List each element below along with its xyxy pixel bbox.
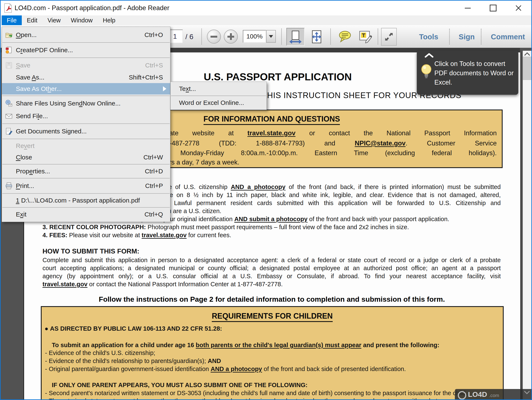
save-floppy-icon: [2, 61, 16, 69]
scrollbar-thumb[interactable]: [523, 57, 532, 80]
lo4d-logo-icon: [458, 391, 466, 400]
menubar-item-view[interactable]: View: [43, 15, 66, 25]
zoom-level-value[interactable]: 100%: [243, 30, 266, 43]
instruction-line: 4. FEES: Please visit our website at tra…: [43, 231, 231, 239]
menu-item-save-as[interactable]: Save As...Shift+Ctrl+S: [2, 72, 170, 83]
plus-icon: [228, 36, 234, 38]
fit-width-icon: [289, 30, 302, 44]
collapse-chevron-up-icon[interactable]: [424, 53, 434, 58]
file-menu-dropdown: Open...Ctrl+OCreatePDF Online...SaveCtrl…: [2, 27, 170, 222]
menu-item-label: CreatePDF Online...: [16, 46, 170, 54]
text-highlight-pen-icon: [358, 30, 372, 44]
menu-separator: [2, 193, 170, 194]
menu-item-save-as-other[interactable]: Save As Other...: [2, 83, 170, 95]
menu-separator: [2, 57, 170, 58]
menu-separator: [2, 139, 170, 139]
adobe-reader-pdf-icon: [4, 3, 13, 13]
vertical-scrollbar[interactable]: [523, 51, 531, 399]
menu-item-shortcut: Ctrl+D: [145, 168, 170, 175]
menu-item-save[interactable]: SaveCtrl+S: [2, 59, 170, 72]
menubar-item-edit[interactable]: Edit: [22, 15, 43, 25]
menubar-item-window[interactable]: Window: [66, 15, 98, 25]
menu-item-print[interactable]: Print...Ctrl+P: [2, 179, 170, 192]
scroll-down-arrow[interactable]: [524, 391, 530, 394]
menu-separator: [171, 95, 266, 96]
menu-item-word-or-excel-online[interactable]: Word or Excel Online...: [171, 97, 266, 108]
menu-item-revert[interactable]: Revert: [2, 140, 170, 152]
save-as-other-submenu: Text...Word or Excel Online...: [170, 82, 267, 110]
menu-item-1-d-lo4d-com-passport-application-pdf[interactable]: 1 D:\...\LO4D.com - Passport application…: [2, 195, 170, 206]
menu-item-send-file[interactable]: Send File...: [2, 110, 170, 122]
sign-document-icon: [2, 127, 16, 135]
menu-item-exit[interactable]: ExitCtrl+Q: [2, 209, 170, 220]
zoom-in-button[interactable]: [224, 30, 238, 44]
how-to-title: HOW TO SUBMIT THIS FORM:: [43, 247, 139, 255]
chevron-down-icon: [269, 35, 273, 38]
menu-item-shortcut: Ctrl+S: [145, 62, 170, 69]
comment-button[interactable]: Comment: [487, 25, 529, 48]
children-line: - Evidence of the child's U.S. citizensh…: [45, 349, 155, 357]
tooltip-text: Click on Tools to convert: [434, 60, 505, 68]
menu-item-properties[interactable]: Properties...Ctrl+D: [2, 165, 170, 177]
menu-item-text[interactable]: Text...: [171, 83, 266, 95]
menubar-item-help[interactable]: Help: [98, 15, 120, 25]
maximize-button[interactable]: [482, 1, 504, 15]
menu-item-shortcut: Ctrl+O: [144, 31, 170, 38]
children-line: IF ONLY ONE PARENT APPEARS, YOU MUST ALS…: [52, 381, 308, 389]
close-icon: [515, 5, 522, 11]
children-line: ● AS DIRECTED BY PUBLIC LAW 106-113 AND …: [44, 325, 222, 332]
sign-button[interactable]: Sign: [455, 25, 478, 48]
children-line: - Original parental/guardian government-…: [45, 365, 406, 373]
minimize-button[interactable]: [457, 1, 478, 15]
follow-instructions-note: Follow the instructions on Page 2 for de…: [43, 295, 501, 303]
minus-icon: [210, 36, 217, 38]
how-to-line: Complete and submit this application in …: [43, 256, 501, 264]
tooltip-text: Excel.: [434, 79, 452, 86]
menu-item-label: Word or Excel Online...: [179, 99, 266, 106]
window-title: LO4D.com - Passport application.pdf - Ad…: [15, 1, 169, 15]
close-button[interactable]: [508, 1, 529, 15]
printer-icon: [2, 182, 16, 190]
menu-item-label: Exit: [16, 211, 144, 218]
page-count-label: / 6: [185, 25, 193, 48]
toolbar-separator: [202, 28, 202, 45]
scroll-up-arrow[interactable]: [524, 52, 530, 56]
menu-item-label: Close: [16, 154, 144, 161]
toolbar-dotted-separator: [449, 29, 450, 44]
children-line: - Second parent's notarized written stat…: [45, 389, 467, 397]
menu-item-label: Print...: [16, 182, 145, 190]
minimize-icon: [465, 8, 471, 8]
instruction-line: 3. RECENT COLOR PHOTOGRAPH: Photograph m…: [43, 223, 409, 231]
text-annotation-button[interactable]: [356, 28, 374, 46]
children-line: The notarized statement cannot be more t…: [49, 397, 461, 399]
menu-item-label: Revert: [16, 142, 170, 149]
children-line: - Evidence of the child's relationship t…: [45, 357, 221, 365]
children-box-title: REQUIREMENTS FOR CHILDREN: [42, 312, 503, 322]
menu-item-label: 1 D:\...\LO4D.com - Passport application…: [16, 197, 170, 204]
menubar-item-file[interactable]: File: [2, 15, 22, 25]
fullscreen-arrows-icon: [383, 31, 395, 43]
zoom-dropdown-button[interactable]: [266, 30, 276, 43]
menu-item-open[interactable]: Open...Ctrl+O: [2, 29, 170, 41]
menu-item-label: Get Documents Signed...: [16, 128, 170, 135]
fit-width-button[interactable]: [286, 28, 304, 46]
menu-item-get-documents-signed[interactable]: Get Documents Signed...: [2, 125, 170, 138]
zoom-out-button[interactable]: [207, 30, 221, 44]
sendnow-globe-icon: [2, 99, 16, 108]
lo4d-brand-bar: LO4D .com: [455, 389, 532, 400]
menu-item-close[interactable]: CloseCtrl+W: [2, 152, 170, 163]
how-to-line: travel.state.gov or contact the National…: [43, 280, 283, 288]
fit-page-icon: [310, 30, 323, 44]
tooltip-text: PDF documents to Word or: [434, 69, 514, 77]
menu-item-shortcut: Ctrl+Q: [144, 211, 170, 218]
menu-item-label: Save As Other...: [16, 85, 163, 92]
menu-item-share-files-using-sendnow-online[interactable]: Share Files Using SendNow Online...: [2, 97, 170, 110]
lightbulb-icon: [420, 63, 432, 80]
menu-item-createpdf-online[interactable]: CreatePDF Online...: [2, 44, 170, 57]
create-pdf-icon: [2, 46, 16, 54]
open-folder-icon: [2, 31, 16, 39]
fit-page-button[interactable]: [308, 28, 326, 46]
tools-button[interactable]: Tools: [415, 25, 442, 48]
fullscreen-button[interactable]: [381, 28, 397, 46]
comment-bubble-button[interactable]: [336, 28, 354, 46]
